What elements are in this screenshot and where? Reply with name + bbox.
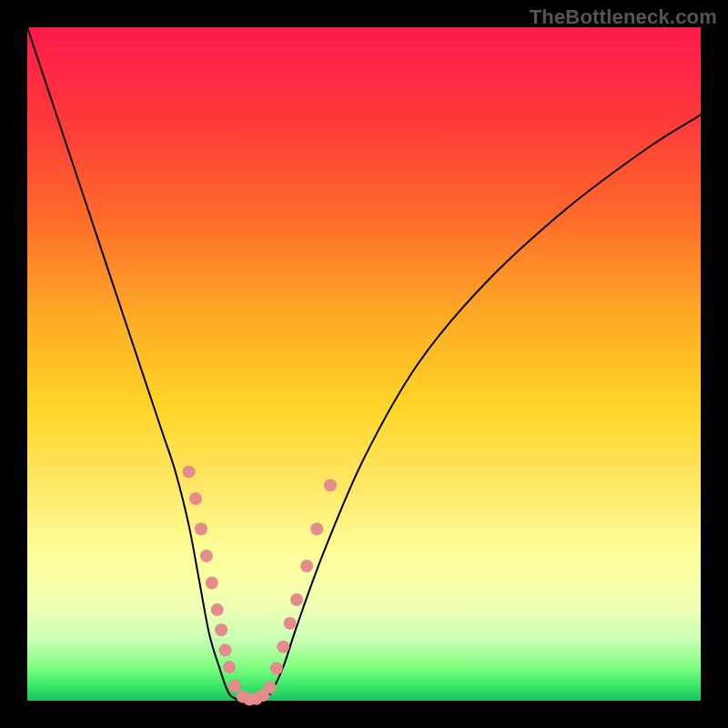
plot-area [27, 27, 701, 701]
curve-marker [290, 593, 303, 606]
curve-marker [324, 479, 337, 491]
curve-marker [211, 603, 224, 616]
curve-marker [215, 623, 228, 636]
curve-marker [228, 680, 241, 693]
curve-marker [219, 644, 232, 657]
curve-marker [277, 641, 289, 653]
curve-marker [263, 681, 276, 693]
curve-marker [310, 522, 323, 535]
marker-group [183, 465, 337, 705]
chart-stage: TheBottleneck.com [0, 0, 728, 728]
curve-marker [183, 465, 196, 478]
curve-marker [195, 522, 207, 535]
curve-marker [189, 492, 202, 505]
curve-marker [200, 550, 213, 562]
curve-marker [223, 661, 236, 673]
curve-marker [284, 617, 297, 630]
curve-marker [270, 662, 283, 674]
curve-marker [300, 560, 313, 572]
watermark-text: TheBottleneck.com [530, 5, 717, 29]
curve-svg [27, 27, 701, 701]
bottleneck-curve [27, 27, 701, 702]
curve-marker [206, 577, 218, 590]
